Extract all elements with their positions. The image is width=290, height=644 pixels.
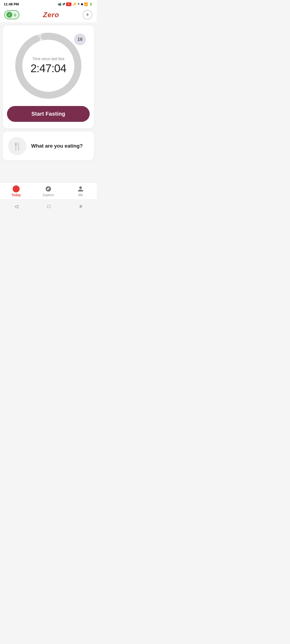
streak-count: 6 [14, 13, 16, 17]
nav-label-explore: Explore [43, 193, 54, 197]
wifi-icon: 📶 [84, 2, 88, 6]
bluetooth-icon: ✦ [77, 2, 80, 6]
today-icon [13, 185, 20, 192]
signal-icon: ◆ [81, 2, 83, 6]
battery-icon: 🔋 [89, 2, 93, 6]
video-status-icon: 📹 [58, 2, 61, 6]
bottom-nav: Today Explore Me [0, 182, 97, 199]
explore-icon [45, 185, 52, 192]
eating-icon-circle: 🍴 [8, 137, 26, 155]
eating-label: What are you eating? [31, 143, 83, 149]
status-icons: 📹 ⇄ ● 🔑 ✦ ◆ 📶 🔋 [58, 2, 93, 6]
menu-button[interactable]: ≡ [74, 202, 88, 211]
ring-badge: 16 [74, 34, 86, 45]
start-fasting-button[interactable]: Start Fasting [7, 106, 90, 122]
streak-badge[interactable]: ✓ 6 [4, 10, 19, 19]
ring-container: 16 Time since last fast 2:47:04 [13, 31, 83, 101]
nav-item-today[interactable]: Today [7, 185, 26, 197]
status-time: 11:48 PM [4, 2, 19, 6]
ring-badge-number: 16 [78, 37, 83, 42]
eating-card[interactable]: 🍴 What are you eating? [3, 131, 94, 160]
utensils-icon: 🍴 [13, 142, 22, 151]
nav-item-me[interactable]: Me [71, 185, 90, 197]
add-button[interactable]: + [83, 10, 92, 20]
nav-label-today: Today [12, 193, 21, 197]
timer-card: 16 Time since last fast 2:47:04 Start Fa… [3, 25, 94, 128]
ring-center: Time since last fast 2:47:04 [30, 57, 66, 75]
nav-label-me: Me [78, 193, 83, 197]
ring-time: 2:47:04 [30, 62, 66, 75]
back-button[interactable]: ◁ [9, 202, 24, 211]
me-icon [77, 185, 84, 192]
header: ✓ 6 Zero + [0, 7, 97, 22]
android-nav: ◁ □ ≡ [0, 199, 97, 215]
streak-check-icon: ✓ [6, 12, 12, 18]
app-title: Zero [43, 11, 59, 19]
status-bar: 11:48 PM 📹 ⇄ ● 🔑 ✦ ◆ 📶 🔋 [0, 0, 97, 7]
ring-subtitle: Time since last fast [30, 57, 66, 61]
record-icon: ● [66, 2, 71, 6]
key-icon: 🔑 [73, 2, 76, 6]
home-button[interactable]: □ [42, 202, 56, 211]
cast-icon: ⇄ [63, 2, 65, 6]
nav-item-explore[interactable]: Explore [39, 185, 58, 197]
